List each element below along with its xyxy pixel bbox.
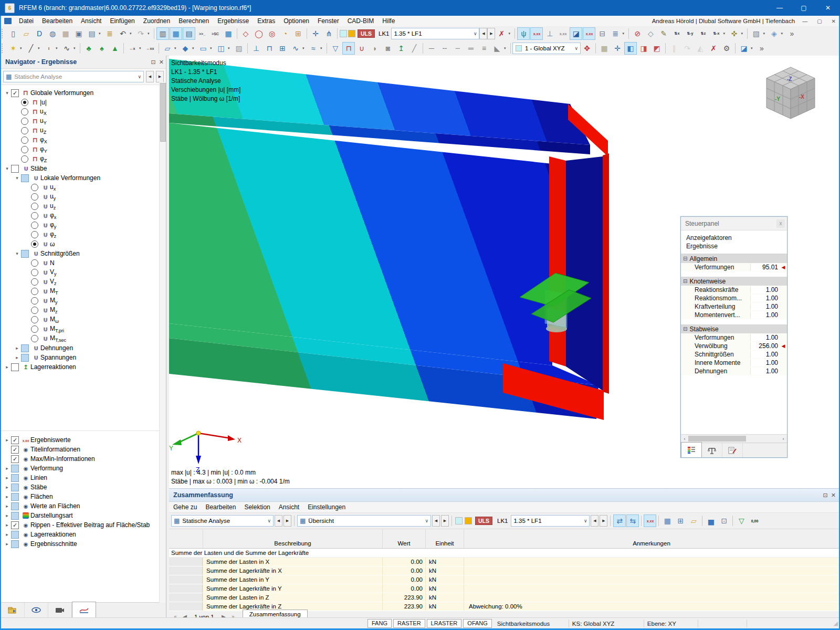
member-hinge-dropdown[interactable]: ▾	[302, 46, 307, 50]
display-mode-wire[interactable]: ┄	[452, 42, 464, 55]
table-row[interactable]: Summe der Lagerkräfte in X0.00kN	[169, 566, 839, 575]
checkbox[interactable]	[11, 493, 19, 501]
radio-button[interactable]	[31, 326, 38, 333]
new-member[interactable]: I	[43, 42, 55, 55]
menu-datei[interactable]: Datei	[15, 16, 38, 26]
tree-item[interactable]: ▸✓Rippen - Effektiver Beitrag auf Fläche…	[1, 520, 166, 530]
table-filter[interactable]: ▽	[735, 514, 748, 527]
factor-row[interactable]: Reaktionskräfte1.00	[681, 286, 787, 294]
view-in-z[interactable]: ⇅z	[697, 27, 709, 40]
table-print[interactable]: ⊞	[674, 514, 687, 527]
previous-table-button[interactable]: ◀	[275, 515, 282, 527]
menu-bearbeiten[interactable]: Bearbeiten	[38, 16, 77, 26]
tree-item[interactable]: Vy	[1, 268, 166, 277]
load-case-combo-table[interactable]: 1.35 * LF1 ∨	[511, 515, 590, 527]
tree-item[interactable]: uX	[1, 107, 166, 117]
expander-icon[interactable]: ▸	[3, 541, 11, 547]
checkbox[interactable]: ✓	[11, 446, 19, 454]
factor-row[interactable]: Innere Momente1.00	[681, 359, 787, 367]
mdi-minimize-button[interactable]: —	[800, 18, 810, 24]
checkbox[interactable]	[11, 474, 19, 482]
new-member-dropdown[interactable]: ▾	[56, 46, 60, 50]
tree-item[interactable]: ▸Lagerreaktionen	[1, 362, 166, 372]
table-row[interactable]: Summe der Lasten in Z223.90kN	[169, 593, 839, 602]
close-icon[interactable]: ✕	[159, 59, 164, 66]
smooth-results[interactable]: ≣	[609, 27, 622, 40]
mdi-close-button[interactable]: ✕	[830, 18, 838, 24]
tab-color-scale[interactable]	[681, 442, 702, 457]
dimension-x-dropdown[interactable]: ▾	[139, 46, 143, 50]
generate-frame[interactable]: ♠	[96, 42, 108, 55]
previous-load-case-button[interactable]: ◀	[479, 28, 487, 39]
tab-factors[interactable]	[702, 443, 722, 457]
checkbox[interactable]: ✓	[11, 521, 19, 529]
new-line-dropdown[interactable]: ▾	[38, 46, 42, 50]
toolbar-overflow[interactable]: »	[785, 27, 798, 40]
print-graphic-dropdown[interactable]: ▾	[99, 32, 103, 36]
tab-filter-edit[interactable]	[722, 443, 743, 457]
factor-value[interactable]: 1.00	[750, 334, 780, 341]
workplane-yz[interactable]: ◩	[650, 42, 663, 55]
menu-selektion[interactable]: Selektion	[240, 502, 274, 512]
checkbox[interactable]	[21, 344, 29, 352]
radio-button[interactable]	[31, 259, 38, 267]
new-polyline[interactable]: ∿	[60, 42, 73, 55]
factor-row[interactable]: Verformungen95.01◀	[681, 263, 787, 271]
paste-image[interactable]: ▦	[59, 27, 72, 40]
checkbox[interactable]	[11, 484, 19, 491]
tree-item[interactable]: uz	[1, 202, 166, 211]
tree-item[interactable]: φY	[1, 145, 166, 154]
workplane-xy[interactable]: ◧	[624, 42, 637, 55]
member-eccentricity-dropdown[interactable]: ▾	[320, 46, 324, 50]
snap-toggle-lraster[interactable]: LRASTER	[427, 619, 462, 628]
tree-item[interactable]: uZ	[1, 126, 166, 135]
radio-button[interactable]	[31, 278, 38, 286]
new-line[interactable]: ╱	[25, 42, 37, 55]
tree-item[interactable]: ▸Stäbe	[1, 482, 166, 492]
new-surface[interactable]: ▱	[161, 42, 174, 55]
node-values[interactable]: x.xx	[556, 27, 569, 40]
tree-item[interactable]: MT,sec	[1, 334, 166, 343]
tree-item[interactable]: ▸Flächen	[1, 492, 166, 501]
radio-button[interactable]	[31, 222, 38, 229]
sync-selection[interactable]: ⇆	[626, 514, 639, 527]
checkbox[interactable]	[11, 165, 19, 173]
table-export[interactable]: ⊡	[718, 514, 730, 527]
expander-icon[interactable]: ▾	[3, 166, 11, 171]
tree-item[interactable]: φx	[1, 211, 166, 220]
next-load-button[interactable]: ▶	[600, 515, 607, 527]
delete-plane[interactable]: ✗	[707, 42, 720, 55]
expander-icon[interactable]: ▾	[13, 251, 21, 256]
expander-icon[interactable]: ▸	[3, 532, 11, 537]
tree-item[interactable]: MT	[1, 287, 166, 296]
menu-fenster[interactable]: Fenster	[313, 16, 343, 26]
checkbox[interactable]	[11, 540, 19, 548]
toolbar-drag-handle[interactable]	[2, 44, 4, 53]
menu-berechnen[interactable]: Berechnen	[174, 16, 213, 26]
expander-icon[interactable]: ▸	[3, 513, 11, 518]
tree-item[interactable]: ▸Darstellungsart	[1, 511, 166, 520]
edit-view[interactable]: ✎	[657, 27, 670, 40]
snap-toggle-raster[interactable]: RASTER	[393, 619, 425, 628]
load-case-combo[interactable]: 1.35 * LF1∨	[391, 28, 479, 39]
save-model[interactable]: ▣	[72, 27, 85, 40]
filter-results-dropdown[interactable]: ▾	[508, 32, 512, 36]
result-values-toggle[interactable]: x.xx	[530, 27, 543, 40]
plane-settings[interactable]: ⚙	[720, 42, 733, 55]
tables-panel[interactable]: ▦	[222, 27, 235, 40]
snap-settings[interactable]: ✛	[611, 42, 624, 55]
menu-hilfe[interactable]: Hilfe	[378, 16, 399, 26]
next-table-button[interactable]: ▶	[284, 515, 291, 527]
tree-item[interactable]: Mω	[1, 315, 166, 324]
minimize-button[interactable]: —	[768, 0, 792, 16]
radio-button[interactable]	[21, 108, 28, 116]
navigation-cube[interactable]: -Z -Y -X	[761, 63, 820, 122]
analysis-type-combo-table[interactable]: ▦ Statische Analyse ∨	[171, 515, 274, 527]
checkbox[interactable]	[11, 502, 19, 510]
mdi-restore-button[interactable]: ▢	[815, 18, 824, 24]
close-button[interactable]: ✕	[816, 0, 840, 16]
tree-item[interactable]: ▸Ergebnisschnitte	[1, 539, 166, 549]
expander-icon[interactable]: ▸	[3, 364, 11, 370]
display-mode-lines[interactable]: ≡	[478, 42, 490, 55]
view-in-minus-x-dropdown[interactable]: ▾	[723, 32, 727, 36]
